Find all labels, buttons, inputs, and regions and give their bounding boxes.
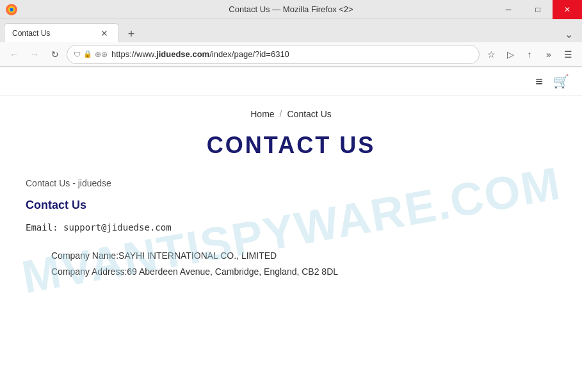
active-tab[interactable]: Contact Us ✕ bbox=[4, 23, 119, 42]
url-domain: jiduedse.com bbox=[156, 49, 209, 59]
breadcrumb-home[interactable]: Home bbox=[250, 109, 274, 119]
tab-bar: Contact Us ✕ + ⌄ bbox=[0, 19, 582, 42]
company-name: Company Name:SAYHI INTERNATIONAL CO., LI… bbox=[51, 248, 551, 264]
company-info: Company Name:SAYHI INTERNATIONAL CO., LI… bbox=[26, 248, 551, 280]
lock-icon: 🔒 bbox=[83, 50, 92, 58]
contact-heading: Contact Us bbox=[26, 199, 551, 212]
address-security-icons: 🛡 🔒 ⊕⊛ bbox=[74, 50, 108, 59]
reload-button[interactable]: ↻ bbox=[46, 45, 64, 63]
svg-point-2 bbox=[10, 8, 13, 12]
contact-email: Email: support@jiduedse.com bbox=[26, 222, 551, 233]
breadcrumb-current: Contact Us bbox=[287, 109, 332, 119]
tab-label: Contact Us bbox=[12, 29, 50, 38]
window-controls: ─ □ ✕ bbox=[494, 0, 582, 19]
hamburger-icon[interactable]: ≡ bbox=[535, 74, 543, 89]
pocket-button[interactable]: ▷ bbox=[501, 45, 519, 63]
back-button[interactable]: ← bbox=[5, 45, 23, 63]
maximize-button[interactable]: □ bbox=[523, 0, 553, 19]
page-content: MVANTISPYWARE.COM ≡ 🛒 Home / Contact Us … bbox=[0, 67, 582, 392]
breadcrumb-separator: / bbox=[280, 109, 282, 119]
email-value: support@jiduedse.com bbox=[63, 222, 172, 233]
header-icons: ≡ 🛒 bbox=[535, 74, 569, 89]
email-label: Email: bbox=[26, 222, 58, 233]
extensions-button[interactable]: » bbox=[540, 45, 558, 63]
nav-bar: ← → ↻ 🛡 🔒 ⊕⊛ https://www.jiduedse.com/in… bbox=[0, 42, 582, 67]
address-bar[interactable]: 🛡 🔒 ⊕⊛ https://www.jiduedse.com/index/pa… bbox=[67, 45, 480, 64]
tab-close-button[interactable]: ✕ bbox=[98, 28, 111, 38]
company-address: Company Address:69 Aberdeen Avenue, Camb… bbox=[51, 264, 551, 280]
title-bar: Contact Us — Mozilla Firefox <2> ─ □ ✕ C… bbox=[0, 0, 582, 67]
url-path: /index/page/?id=6310 bbox=[209, 49, 289, 59]
contact-subtitle: Contact Us - jiduedse bbox=[26, 178, 551, 188]
window-title: Contact Us — Mozilla Firefox <2> bbox=[229, 4, 353, 14]
company-address-value: 69 Aberdeen Avenue, Cambridge, England, … bbox=[127, 266, 338, 277]
breadcrumb: Home / Contact Us bbox=[0, 96, 582, 126]
shield-icon: 🛡 bbox=[74, 51, 81, 58]
page-title: CONTACT US bbox=[0, 126, 582, 178]
content-area: Contact Us - jiduedse Contact Us Email: … bbox=[0, 178, 576, 306]
company-address-label: Company Address: bbox=[51, 266, 127, 277]
firefox-logo bbox=[5, 3, 18, 16]
minimize-button[interactable]: ─ bbox=[494, 0, 523, 19]
share-button[interactable]: ↑ bbox=[521, 45, 538, 63]
address-text: https://www.jiduedse.com/index/page/?id=… bbox=[111, 49, 473, 59]
company-name-label: Company Name: bbox=[51, 250, 118, 261]
forward-button[interactable]: → bbox=[26, 45, 44, 63]
site-header: ≡ 🛒 bbox=[0, 67, 582, 96]
menu-button[interactable]: ☰ bbox=[559, 45, 577, 63]
company-name-value: SAYHI INTERNATIONAL CO., LIMITED bbox=[118, 250, 277, 261]
close-button[interactable]: ✕ bbox=[553, 0, 582, 19]
bookmark-button[interactable]: ☆ bbox=[482, 45, 500, 63]
new-tab-button[interactable]: + bbox=[122, 26, 141, 42]
url-prefix: https://www. bbox=[111, 49, 156, 59]
cart-icon[interactable]: 🛒 bbox=[553, 74, 569, 89]
tab-dropdown-button[interactable]: ⌄ bbox=[559, 26, 578, 42]
nav-right-buttons: ☆ ▷ ↑ » ☰ bbox=[482, 45, 577, 63]
extra-security-icon: ⊕⊛ bbox=[95, 50, 108, 59]
